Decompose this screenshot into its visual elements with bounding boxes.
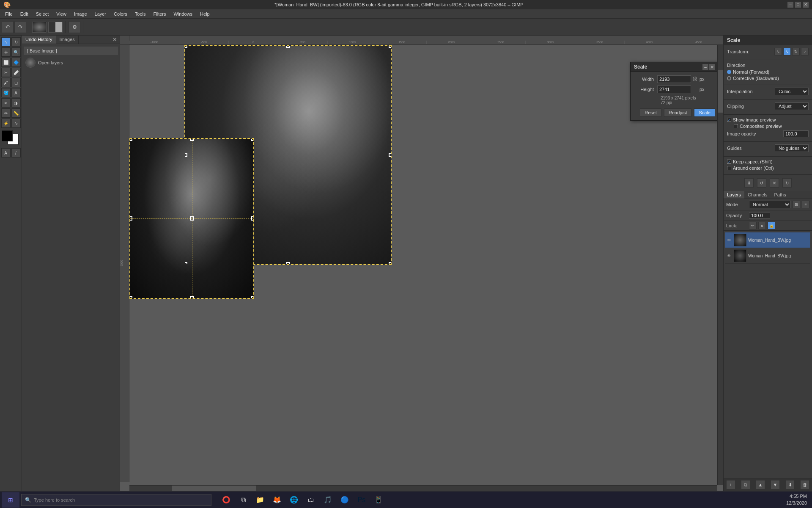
- layer-up-button[interactable]: ▲: [756, 480, 765, 489]
- handle-mr-small[interactable]: [251, 216, 254, 221]
- scale-reset-button[interactable]: Reset: [640, 108, 661, 117]
- tool-move[interactable]: ✛: [1, 47, 11, 57]
- tab-undo-history[interactable]: Undo History: [22, 36, 56, 44]
- menu-item-image[interactable]: Image: [71, 11, 91, 17]
- tool-free-select[interactable]: 🔷: [11, 58, 21, 67]
- base-image-item[interactable]: [ Base Image ]: [24, 47, 118, 55]
- horizontal-scrollbar[interactable]: [129, 485, 717, 491]
- canvas-scroll[interactable]: Scale – ✕ Width ⛓ px Height: [129, 45, 723, 482]
- tool-smudge[interactable]: ≈: [1, 98, 11, 108]
- handle-br-small[interactable]: [251, 296, 254, 299]
- handle-bl-small[interactable]: [129, 296, 132, 299]
- mode-extra-btn[interactable]: ⊞: [793, 201, 800, 208]
- tool-b[interactable]: /: [11, 148, 21, 157]
- handle-tc-large[interactable]: [286, 45, 290, 48]
- lock-pixel-btn[interactable]: ✏: [749, 222, 757, 229]
- menu-item-windows[interactable]: Windows: [170, 11, 196, 17]
- image-thumbnail-2[interactable]: [48, 21, 63, 33]
- handle-tl-large[interactable]: [184, 45, 187, 48]
- scale-width-input[interactable]: [657, 75, 691, 83]
- handle-br-large[interactable]: [389, 262, 392, 265]
- tab-paths[interactable]: Paths: [771, 191, 790, 199]
- taskbar-edge[interactable]: 🌐: [286, 492, 302, 508]
- toolbar-extra-button[interactable]: ⚙: [69, 21, 80, 33]
- layer-new-button[interactable]: +: [726, 480, 735, 489]
- tool-zoom[interactable]: 🔍: [11, 47, 21, 57]
- keep-aspect-checkbox[interactable]: [727, 160, 731, 164]
- mode-select[interactable]: Normal Multiply Screen: [749, 201, 791, 208]
- layer-visibility-2[interactable]: 👁: [726, 253, 732, 259]
- taskbar-file-explorer[interactable]: 📁: [252, 492, 268, 508]
- menu-item-colors[interactable]: Colors: [110, 11, 131, 17]
- tool-scale[interactable]: ⤡: [1, 37, 11, 47]
- handle-bc-large[interactable]: [286, 262, 290, 265]
- open-layers-item[interactable]: Open layers: [24, 56, 118, 69]
- maximize-button[interactable]: □: [795, 2, 801, 8]
- layer-entry-1[interactable]: 👁 Woman_Hand_BW.jpg: [725, 232, 810, 248]
- menu-item-file[interactable]: File: [2, 11, 16, 17]
- handle-tr-small[interactable]: [251, 138, 254, 141]
- foreground-color-swatch[interactable]: [2, 130, 13, 141]
- handle-tc-small[interactable]: [190, 138, 194, 141]
- taskbar-folder[interactable]: 🗂: [303, 492, 318, 508]
- menu-item-filters[interactable]: Filters: [150, 11, 170, 17]
- small-image-layer[interactable]: [129, 138, 254, 299]
- handle-center-small[interactable]: [190, 216, 194, 221]
- taskbar-media[interactable]: 🎵: [320, 492, 335, 508]
- menu-item-help[interactable]: Help: [197, 11, 213, 17]
- tool-dodge[interactable]: ◑: [11, 98, 21, 108]
- action-btn-3[interactable]: ✕: [770, 178, 779, 188]
- scale-dialog-minimize[interactable]: –: [702, 64, 708, 70]
- chain-link-icon[interactable]: ⛓: [692, 76, 698, 82]
- action-btn-1[interactable]: ⬇: [744, 178, 754, 188]
- image-thumbnail-1[interactable]: [32, 21, 47, 33]
- handle-mr-large[interactable]: [389, 153, 392, 157]
- h-scrollbar-thumb[interactable]: [172, 486, 256, 491]
- tool-extra-2[interactable]: ∿: [11, 119, 21, 128]
- tab-channels[interactable]: Channels: [744, 191, 771, 199]
- start-button[interactable]: ⊞: [2, 492, 19, 508]
- radio-corrective-dot[interactable]: [727, 76, 731, 80]
- redo-button[interactable]: ↷: [14, 21, 26, 33]
- v-scrollbar-thumb[interactable]: [718, 70, 723, 113]
- tool-path[interactable]: ✏: [1, 108, 11, 118]
- guides-select[interactable]: No guides: [775, 144, 809, 152]
- handle-bc-small[interactable]: [190, 296, 194, 299]
- tool-a[interactable]: A: [1, 148, 11, 157]
- tab-layers[interactable]: Layers: [724, 191, 744, 199]
- layer-merge-button[interactable]: ⬇: [785, 480, 795, 489]
- tool-measure[interactable]: 📏: [11, 108, 21, 118]
- handle-tl-small[interactable]: [129, 138, 132, 141]
- handle-ml-small[interactable]: [129, 216, 132, 221]
- clipping-select[interactable]: Adjust Clip: [775, 102, 809, 110]
- menu-item-select[interactable]: Select: [33, 11, 52, 17]
- menu-item-layer[interactable]: Layer: [91, 11, 110, 17]
- canvas-area[interactable]: -1000 -500 0 500 1000 1500 2000 2500 300…: [120, 36, 723, 491]
- layer-duplicate-button[interactable]: ⧉: [741, 480, 750, 489]
- layers-opacity-input[interactable]: [749, 212, 770, 219]
- layer-visibility-1[interactable]: 👁: [726, 237, 732, 243]
- opacity-input[interactable]: [783, 130, 809, 137]
- menu-item-edit[interactable]: Edit: [17, 11, 32, 17]
- undo-button[interactable]: ↶: [2, 21, 14, 33]
- layer-entry-2[interactable]: 👁 Woman_Hand_BW.jpg: [725, 248, 810, 264]
- radio-normal-dot[interactable]: [727, 70, 731, 74]
- mode-extra-btn2[interactable]: ≡: [802, 201, 809, 208]
- vertical-scrollbar[interactable]: [717, 45, 723, 485]
- taskbar-task-view[interactable]: ⧉: [236, 492, 251, 508]
- action-btn-2[interactable]: ↺: [757, 178, 766, 188]
- scale-dialog-close[interactable]: ✕: [709, 64, 715, 70]
- search-bar[interactable]: 🔍 Type here to search: [21, 494, 211, 506]
- tool-text[interactable]: A: [11, 88, 21, 97]
- tool-rect-select[interactable]: ⬜: [1, 58, 11, 67]
- scale-readjust-button[interactable]: Readjust: [664, 108, 691, 117]
- layer-delete-button[interactable]: 🗑: [800, 480, 809, 489]
- transform-icon-1[interactable]: ⤡: [774, 48, 782, 55]
- scale-height-input[interactable]: [657, 86, 691, 93]
- tool-fill[interactable]: 🪣: [1, 88, 11, 97]
- taskbar-chrome[interactable]: 🔵: [337, 492, 352, 508]
- composited-preview-checkbox[interactable]: [734, 124, 738, 128]
- action-btn-4[interactable]: ↻: [782, 178, 792, 188]
- handle-ml-large[interactable]: [184, 153, 187, 157]
- lock-alpha-btn[interactable]: α: [758, 222, 766, 229]
